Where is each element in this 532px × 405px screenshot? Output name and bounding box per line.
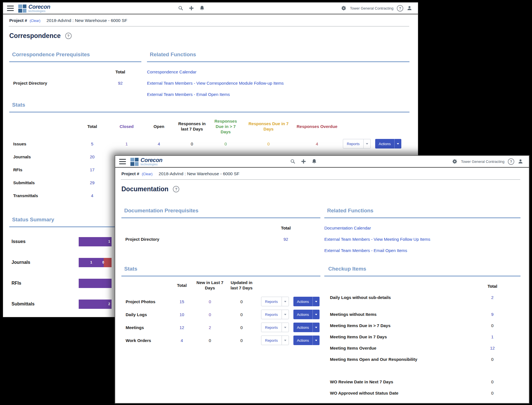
column-header: Updated in last 7 Days (225, 280, 258, 291)
reports-button[interactable]: Reports (261, 323, 289, 332)
stat-value-total[interactable]: 20 (74, 154, 110, 159)
stat-value-total[interactable]: 4 (74, 193, 110, 198)
stat-value-total[interactable]: 17 (74, 167, 110, 172)
stat-value-updated-last7: 0 (225, 325, 258, 330)
column-header: Open (143, 124, 175, 129)
company-selector[interactable]: Tower General Contracting (461, 159, 504, 164)
checkup-value[interactable]: 1 (484, 334, 501, 339)
total-column-header: Total (112, 69, 129, 74)
page-title: Documentation (121, 185, 168, 193)
bar-label: Submittals (9, 302, 79, 307)
work-order-checkup-group: WO Review Date in Next 7 Days 0 WO Appro… (324, 376, 520, 399)
related-function-link[interactable]: Correspondence Calendar (147, 66, 409, 77)
total-column-header: Total (277, 226, 294, 230)
settings-gear-icon[interactable] (452, 159, 458, 164)
related-function-link[interactable]: External Team Members - View Corresponde… (147, 77, 409, 89)
help-icon[interactable]: ? (508, 158, 514, 165)
stat-value-total[interactable]: 12 (169, 325, 194, 330)
company-selector[interactable]: Tower General Contracting (350, 6, 393, 10)
notifications-bell-icon[interactable] (199, 5, 205, 11)
checkup-value[interactable]: 2 (484, 295, 501, 300)
help-icon[interactable]: ? (397, 5, 403, 12)
top-navigation-bar: Corecon technologies Tower Ge (115, 156, 529, 168)
section-heading: Related Functions (324, 208, 520, 218)
stat-value-new-last7: 0 (194, 338, 225, 343)
stat-value-closed[interactable]: 1 (110, 141, 143, 146)
table-row: Project Photos 15 0 0 Reports Actions (121, 295, 320, 308)
clear-project-link[interactable]: (Clear) (142, 172, 152, 176)
checkup-value[interactable]: 9 (484, 312, 501, 317)
search-icon[interactable] (290, 159, 296, 164)
stat-value-due7: 0 (243, 141, 295, 146)
reports-dropdown-caret[interactable] (282, 323, 289, 332)
checkup-value[interactable]: 12 (484, 346, 501, 350)
project-number-label: Project # (9, 18, 27, 23)
related-function-link[interactable]: External Team Members - Email Open Items (147, 89, 409, 100)
actions-button[interactable]: Actions (293, 336, 320, 345)
page-help-icon[interactable]: ? (173, 186, 179, 192)
actions-dropdown-caret[interactable] (313, 310, 320, 319)
documentation-stats-section: Stats Total New in Last 7 Days Updated i… (121, 266, 320, 399)
project-directory-total-link[interactable]: 92 (277, 237, 294, 242)
related-functions-section: Related Functions Documentation Calendar… (320, 208, 520, 256)
project-directory-total-link[interactable]: 92 (112, 81, 129, 86)
page-title-row: Correspondence ? (9, 32, 418, 40)
actions-dropdown-caret[interactable] (313, 336, 320, 345)
project-selector-bar: Project # (Clear) 2018-AdvInd : New Ware… (9, 14, 409, 26)
checkup-label: Meeting Items Due in 7 Days (324, 334, 484, 339)
section-heading: Checkup Items (324, 266, 520, 276)
reports-dropdown-caret[interactable] (282, 336, 289, 345)
actions-dropdown-caret[interactable] (313, 297, 320, 306)
user-profile-icon[interactable] (407, 5, 412, 11)
reports-button[interactable]: Reports (261, 336, 289, 345)
related-function-link[interactable]: External Team Members - View Meeting Fol… (324, 233, 520, 245)
actions-button[interactable]: Actions (293, 323, 320, 332)
stats-header-row: Total Closed Open Responses in last 7 Da… (9, 112, 409, 137)
reports-button[interactable]: Reports (343, 139, 371, 148)
checkup-value: 0 (484, 323, 501, 328)
add-icon[interactable] (189, 5, 194, 11)
checkup-label: WO Approved without Status Date (324, 391, 484, 395)
reports-dropdown-caret[interactable] (363, 139, 370, 148)
stat-value-total[interactable]: 4 (169, 338, 194, 343)
add-icon[interactable] (301, 159, 306, 164)
stat-value-open[interactable]: 4 (143, 141, 175, 146)
notifications-bell-icon[interactable] (311, 159, 317, 164)
clear-project-link[interactable]: (Clear) (30, 19, 40, 23)
column-header: Total (169, 283, 194, 288)
page-help-icon[interactable]: ? (65, 33, 72, 39)
reports-button[interactable]: Reports (261, 297, 289, 306)
reports-button[interactable]: Reports (261, 310, 289, 319)
stat-value-new-last7[interactable]: 2 (194, 325, 225, 330)
actions-dropdown-caret[interactable] (394, 139, 401, 148)
topbar-center-icons (290, 159, 317, 164)
stat-value-overdue: 4 (295, 141, 339, 146)
actions-button[interactable]: Actions (293, 297, 320, 306)
related-function-link[interactable]: External Team Members - Email Open Items (324, 245, 520, 256)
stat-value-total[interactable]: 5 (74, 141, 110, 146)
checkup-value: 0 (484, 357, 501, 362)
top-navigation-bar: Corecon technologies Tower Ge (3, 3, 418, 14)
actions-button[interactable]: Actions (375, 139, 402, 148)
reports-dropdown-caret[interactable] (282, 297, 289, 306)
correspondence-prerequisites-section: Correspondence Prerequisites Total Proje… (9, 52, 141, 100)
search-icon[interactable] (178, 5, 184, 11)
stat-value-updated-last7: 0 (225, 299, 258, 304)
settings-gear-icon[interactable] (341, 5, 347, 11)
stat-value-total[interactable]: 10 (169, 312, 194, 317)
actions-button[interactable]: Actions (293, 310, 320, 319)
user-profile-icon[interactable] (518, 159, 523, 164)
bar-label: Issues (9, 239, 79, 244)
menu-icon[interactable] (7, 5, 14, 12)
table-row: Project Directory 92 (9, 77, 141, 89)
stat-value-total[interactable]: 15 (169, 299, 194, 304)
section-heading: Stats (9, 102, 409, 112)
brand-subtitle: technologies (28, 10, 50, 13)
stat-value-total[interactable]: 29 (74, 180, 110, 185)
prerequisite-label: Project Directory (121, 237, 277, 242)
reports-dropdown-caret[interactable] (282, 310, 289, 319)
menu-icon[interactable] (119, 158, 126, 165)
actions-dropdown-caret[interactable] (313, 323, 320, 332)
checkup-value: 0 (484, 379, 501, 384)
related-function-link[interactable]: Documentation Calendar (324, 222, 520, 233)
